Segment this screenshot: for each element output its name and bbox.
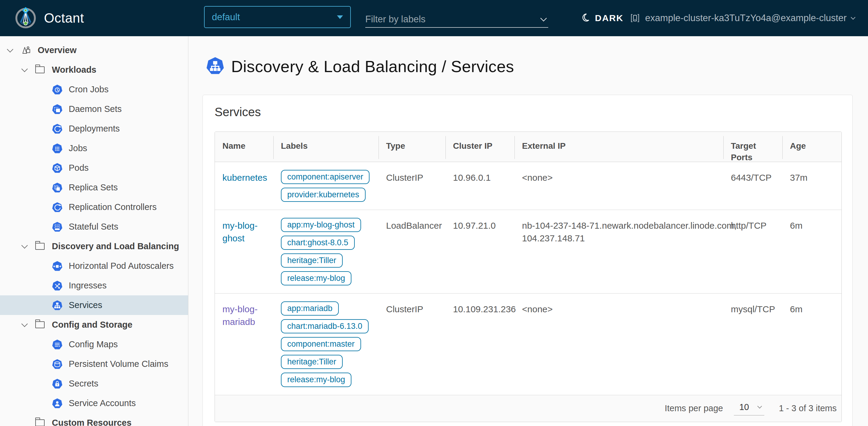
- external-ip-cell: <none>: [515, 162, 723, 210]
- sidebar-item-label: Stateful Sets: [69, 222, 118, 232]
- sidebar-item-replication-controllers[interactable]: Replication Controllers: [0, 197, 188, 217]
- context-selector[interactable]: example-cluster-ka3TuTzYo4a@example-clus…: [629, 0, 855, 36]
- moon-icon: [581, 13, 591, 23]
- label-chip[interactable]: provider:kubernetes: [281, 188, 366, 202]
- context-value: example-cluster-ka3TuTzYo4a@example-clus…: [645, 13, 846, 24]
- service-accounts-icon: [52, 398, 63, 409]
- sidebar-item-label: Custom Resources: [52, 418, 131, 426]
- label-chip[interactable]: heritage:Tiller: [281, 355, 343, 369]
- services-icon: [206, 56, 224, 77]
- sidebar-item-daemon-sets[interactable]: Daemon Sets: [0, 99, 188, 119]
- sidebar-item-label: Overview: [38, 45, 76, 55]
- replica-sets-icon: [52, 182, 63, 193]
- chevron-down-icon[interactable]: [540, 15, 547, 21]
- label-chip[interactable]: release:my-blog: [281, 271, 351, 285]
- sidebar-item-label: Ingresses: [69, 281, 107, 290]
- filter-by-labels-input[interactable]: [365, 14, 541, 25]
- pagination-range: 1 - 3 of 3 items: [779, 403, 837, 413]
- label-chip[interactable]: release:my-blog: [281, 373, 351, 387]
- cron-jobs-icon: [52, 84, 63, 95]
- labels-cell: component:apiserverprovider:kubernetes: [273, 162, 378, 210]
- sidebar-item-workloads[interactable]: Workloads: [0, 60, 188, 80]
- label-chip[interactable]: app:my-blog-ghost: [281, 218, 361, 232]
- triangle-down-icon: [337, 16, 343, 19]
- table-row-my-blog-mariadb: my-blog-mariadbapp:mariadbchart:mariadb-…: [215, 293, 841, 395]
- table-body: kubernetescomponent:apiserverprovider:ku…: [215, 162, 841, 395]
- octant-logo-icon: [14, 6, 37, 30]
- target-ports-cell: http/TCP: [723, 210, 782, 293]
- label-chip[interactable]: app:mariadb: [281, 302, 339, 316]
- sidebar-item-ingresses[interactable]: Ingresses: [0, 276, 188, 295]
- table-footer: Items per page 10 1 - 3 of 3 items: [215, 395, 841, 422]
- theme-label: DARK: [595, 13, 624, 23]
- pods-icon: [52, 163, 63, 173]
- sidebar-item-custom-resources[interactable]: Custom Resources: [0, 413, 188, 426]
- sidebar-item-overview[interactable]: Overview: [0, 40, 188, 60]
- persistent-volume-claims-icon: [52, 359, 63, 370]
- applications-icon: [21, 45, 32, 56]
- table-row-kubernetes: kubernetescomponent:apiserverprovider:ku…: [215, 162, 841, 210]
- sidebar-item-services[interactable]: Services: [0, 295, 188, 315]
- cluster-ip-cell: 10.96.0.1: [445, 162, 515, 210]
- sidebar-item-label: Jobs: [69, 143, 87, 153]
- sidebar-item-label: Daemon Sets: [69, 104, 122, 114]
- replication-controllers-icon: [52, 202, 63, 213]
- sidebar-item-label: Workloads: [52, 65, 96, 75]
- label-chip[interactable]: component:master: [281, 337, 361, 351]
- sidebar-item-label: Config and Storage: [52, 320, 132, 330]
- sidebar-item-deployments[interactable]: Deployments: [0, 119, 188, 139]
- sidebar-item-persistent-volume-claims[interactable]: Persistent Volume Claims: [0, 354, 188, 374]
- service-link[interactable]: my-blog-mariadb: [222, 304, 258, 327]
- sidebar-item-jobs[interactable]: Jobs: [0, 139, 188, 158]
- cluster-ip-cell: 10.97.21.0: [445, 210, 515, 293]
- label-chip[interactable]: heritage:Tiller: [281, 253, 343, 267]
- services-card: Services NameLabelsTypeCluster IPExterna…: [203, 95, 852, 426]
- items-per-page-label: Items per page: [664, 403, 723, 413]
- column-header-name: Name: [215, 132, 273, 163]
- external-ip-cell: <none>: [515, 293, 723, 395]
- type-cell: LoadBalancer: [378, 210, 445, 293]
- theme-toggle-button[interactable]: DARK: [581, 0, 624, 36]
- main-content: Discovery & Load Balancing / Services Se…: [188, 36, 868, 426]
- sidebar-item-stateful-sets[interactable]: Stateful Sets: [0, 217, 188, 236]
- namespace-select[interactable]: default: [204, 6, 351, 28]
- sidebar-item-service-accounts[interactable]: Service Accounts: [0, 393, 188, 413]
- daemon-sets-icon: [52, 104, 63, 115]
- caret-down-icon: [7, 46, 13, 53]
- column-header-target-ports: Target Ports: [723, 132, 782, 163]
- column-header-age: Age: [782, 132, 842, 163]
- service-name-cell: my-blog-ghost: [215, 210, 273, 293]
- label-chip[interactable]: chart:mariadb-6.13.0: [281, 319, 369, 333]
- jobs-icon: [52, 143, 63, 154]
- sidebar-item-horizontal-pod-autoscalers[interactable]: Horizontal Pod Autoscalers: [0, 256, 188, 276]
- stateful-sets-icon: [52, 222, 63, 232]
- items-per-page-select[interactable]: 10: [734, 402, 764, 416]
- sidebar-item-replica-sets[interactable]: Replica Sets: [0, 178, 188, 197]
- sidebar-item-label: Service Accounts: [69, 398, 135, 408]
- target-ports-cell: mysql/TCP: [723, 293, 782, 395]
- sidebar-item-pods[interactable]: Pods: [0, 158, 188, 178]
- service-name-cell: my-blog-mariadb: [215, 293, 273, 395]
- column-header-cluster-ip: Cluster IP: [445, 132, 515, 163]
- column-header-labels: Labels: [273, 132, 378, 163]
- labels-cell: app:mariadbchart:mariadb-6.13.0component…: [273, 293, 378, 395]
- page-size-value: 10: [739, 402, 749, 412]
- sidebar-item-config-and-storage[interactable]: Config and Storage: [0, 315, 188, 335]
- folder-icon: [35, 419, 44, 426]
- label-chip[interactable]: component:apiserver: [281, 170, 370, 184]
- horizontal-pod-autoscalers-icon: [52, 261, 63, 272]
- sidebar-item-config-maps[interactable]: Config Maps: [0, 335, 188, 354]
- top-header: Octant default DARK example-cluster-ka3T…: [0, 0, 868, 36]
- sidebar-item-label: Horizontal Pod Autoscalers: [69, 261, 174, 271]
- service-link[interactable]: my-blog-ghost: [222, 221, 258, 243]
- service-link[interactable]: kubernetes: [222, 173, 267, 182]
- sidebar-item-discovery-and-load-balancing[interactable]: Discovery and Load Balancing: [0, 236, 188, 256]
- folder-icon: [35, 243, 44, 250]
- sidebar-item-secrets[interactable]: Secrets: [0, 374, 188, 393]
- label-chip[interactable]: chart:ghost-8.0.5: [281, 236, 355, 250]
- sidebar-item-cron-jobs[interactable]: Cron Jobs: [0, 80, 188, 99]
- age-cell: 37m: [782, 162, 842, 210]
- sidebar-item-label: Services: [69, 300, 102, 310]
- age-cell: 6m: [782, 293, 842, 395]
- sidebar-item-label: Pods: [69, 163, 89, 173]
